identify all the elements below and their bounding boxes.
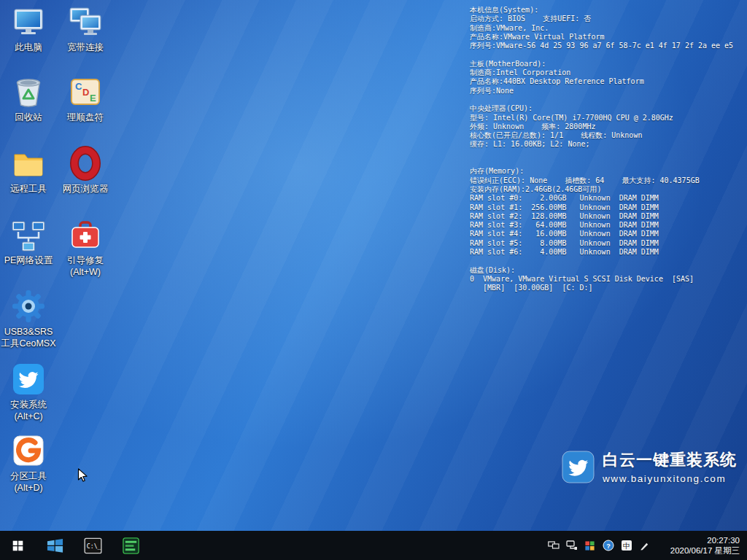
icon-label-2: (Alt+W)	[70, 266, 101, 278]
desktop-icon-sort-drive-letters[interactable]: C D E 理顺盘符	[54, 74, 117, 123]
icon-label: 引导修复	[67, 254, 104, 266]
desktop-icon-install-system[interactable]: 安装系统 (Alt+C)	[0, 362, 60, 422]
gear-icon	[11, 289, 46, 324]
system-info-line	[470, 158, 744, 167]
icon-label: 理顺盘符	[67, 112, 104, 123]
desktop-icon-usb3-srs-tools[interactable]: USB3&SRS 工具CeoMSX	[0, 289, 60, 349]
system-info-line: 产品名称:440BX Desktop Reference Platform	[470, 77, 744, 86]
system-info-line: RAM slot #1: 256.00MB Unknown DRAM DIMM	[470, 203, 744, 212]
watermark-bird-icon	[561, 450, 595, 484]
svg-text:?: ?	[606, 542, 611, 550]
icon-label: 宽带连接	[67, 42, 104, 53]
pe-tools-icon	[122, 537, 140, 555]
windows-start-icon	[12, 540, 24, 552]
system-info-line: RAM slot #0: 2.00GB Unknown DRAM DIMM	[470, 194, 744, 203]
system-info-line: 缓存: L1: 16.00KB; L2: None;	[470, 140, 744, 149]
system-info-line	[470, 149, 744, 158]
system-info-line: 产品名称:VMware Virtual Platform	[470, 33, 744, 42]
system-info-line: RAM slot #3: 64.00MB Unknown DRAM DIMM	[470, 221, 744, 230]
system-info-line: 型号: Intel(R) Core(TM) i7-7700HQ CPU @ 2.…	[470, 114, 744, 122]
system-info-line: 0 VMware, VMware Virtual S SCSI Disk Dev…	[470, 275, 744, 284]
desktop-icon-remote-tools[interactable]: 远程工具	[0, 146, 60, 195]
install-bird-icon	[11, 362, 46, 397]
system-info-line: 启动方式: BIOS 支持UEFI: 否	[470, 15, 744, 23]
system-info-line: 安装内存(RAM):2.46GB(2.46GB可用)	[470, 185, 744, 194]
browser-opera-icon	[68, 146, 103, 181]
pen-icon[interactable]	[638, 540, 651, 552]
icon-label: 网页浏览器	[63, 183, 109, 195]
windows-flag-icon	[46, 537, 64, 555]
svg-text:C:\_: C:\_	[86, 542, 101, 549]
mouse-cursor	[74, 467, 90, 486]
taskbar-cmd-button[interactable]: C:\_	[76, 531, 109, 560]
system-info-line: 内存(Memory):	[470, 167, 744, 176]
start-button[interactable]	[0, 531, 35, 560]
cmd-icon: C:\_	[84, 537, 102, 555]
system-info-line: 制造商:VMware, Inc.	[470, 24, 744, 33]
system-info-line: 本机信息(System):	[470, 6, 744, 15]
folder-icon	[11, 146, 46, 181]
diskgenius-icon	[11, 433, 46, 468]
taskbar-pe-tools-button[interactable]	[114, 531, 147, 560]
system-info-line: RAM slot #2: 128.00MB Unknown DRAM DIMM	[470, 212, 744, 221]
desktop-icon-web-browser[interactable]: 网页浏览器	[54, 146, 117, 195]
watermark-title: 白云一键重装系统	[603, 449, 737, 471]
network-icon	[11, 217, 46, 252]
taskbar-clock[interactable]: 20:27:30 2020/06/17 星期三	[662, 535, 740, 556]
system-info-line: RAM slot #4: 16.00MB Unknown DRAM DIMM	[470, 230, 744, 238]
system-info-line: 中央处理器(CPU):	[470, 104, 744, 113]
icon-label-2: (Alt+D)	[14, 482, 42, 494]
system-info-line: 序列号:None	[470, 87, 744, 96]
desktop-icon-this-pc[interactable]: 此电脑	[0, 4, 60, 53]
computer-icon	[11, 4, 46, 39]
desktop-icon-broadband-connection[interactable]: 宽带连接	[54, 4, 117, 53]
system-info-line: 磁盘(Disk):	[470, 266, 744, 275]
svg-text:C: C	[75, 81, 82, 92]
taskbar-windows-pe-button[interactable]	[38, 531, 71, 560]
watermark-url: www.baiyunxitong.com	[603, 473, 737, 484]
recycle-bin-icon	[11, 74, 46, 109]
input-method-icon[interactable]: 中	[620, 540, 632, 552]
icon-label: 此电脑	[15, 42, 42, 53]
system-info-line: RAM slot #5: 8.00MB Unknown DRAM DIMM	[470, 239, 744, 248]
system-tray: ? 中 20:27:30 2020/06/17 星期三	[547, 535, 747, 556]
system-info-line: 核心数(已开启/总数): 1/1 线程数: Unknown	[470, 131, 744, 140]
system-info-line: 主板(MotherBoard):	[470, 60, 744, 69]
system-info-line: RAM slot #6: 4.00MB Unknown DRAM DIMM	[470, 248, 744, 257]
icon-label: 安装系统	[10, 399, 47, 411]
clock-time: 20:27:30	[662, 535, 740, 545]
desktop-icon-partition-tool[interactable]: 分区工具 (Alt+D)	[0, 433, 60, 494]
icon-label-2: (Alt+C)	[14, 411, 42, 422]
dual-display-icon[interactable]	[547, 540, 560, 552]
desktop-icon-boot-repair[interactable]: 引导修复 (Alt+W)	[54, 217, 117, 278]
icon-label: USB3&SRS	[4, 326, 53, 338]
system-info-line	[470, 96, 744, 104]
system-info: 本机信息(System):启动方式: BIOS 支持UEFI: 否制造商:VMw…	[470, 6, 744, 293]
system-info-line: 外频: Unknown 频率: 2800MHz	[470, 122, 744, 131]
desktop-icon-recycle-bin[interactable]: 回收站	[0, 74, 60, 123]
desktop-icon-pe-network-settings[interactable]: PE网络设置	[0, 217, 60, 266]
watermark: 白云一键重装系统 www.baiyunxitong.com	[561, 449, 737, 484]
system-info-line: 制造商:Intel Corporation	[470, 69, 744, 77]
network-plug-icon[interactable]	[565, 540, 578, 552]
color-grid-icon[interactable]	[584, 540, 596, 552]
svg-text:E: E	[90, 93, 96, 104]
icon-label: 回收站	[15, 112, 42, 123]
help-icon[interactable]: ?	[602, 540, 614, 552]
taskbar: C:\_	[0, 531, 747, 560]
repair-kit-icon	[68, 217, 103, 252]
drive-letters-icon: C D E	[68, 74, 103, 109]
icon-label: 远程工具	[10, 183, 47, 195]
icon-label-2: 工具CeoMSX	[1, 338, 55, 349]
system-info-line: 错误纠正(ECC): None 插槽数: 64 最大支持: 40.4375GB	[470, 176, 744, 185]
icon-label: 分区工具	[10, 470, 47, 482]
system-info-line	[470, 50, 744, 59]
clock-date: 2020/06/17 星期三	[662, 545, 740, 556]
system-info-line: 序列号:VMware-56 4d 25 93 96 a7 6f 58-7c e1…	[470, 42, 744, 50]
icon-label: PE网络设置	[4, 254, 53, 266]
svg-text:D: D	[82, 87, 89, 98]
desktop-background[interactable]: { "desktop": { "icons": [ { "name": "thi…	[0, 0, 747, 560]
system-info-line	[470, 257, 744, 265]
svg-text:中: 中	[623, 542, 630, 550]
dual-monitor-icon	[68, 4, 103, 39]
